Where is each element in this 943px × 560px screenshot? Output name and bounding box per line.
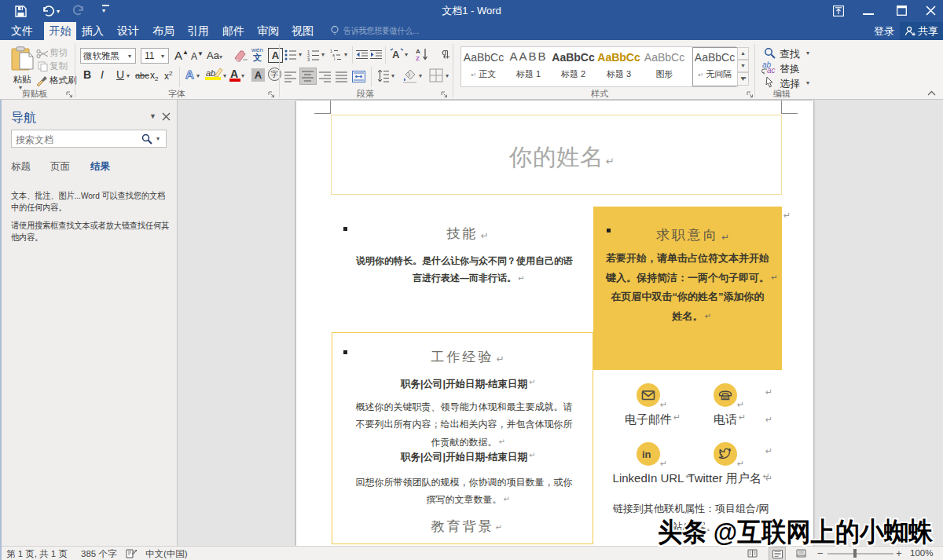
svg-text:3: 3 [307,57,310,61]
svg-text:A: A [392,49,400,60]
svg-text:i: i [334,57,335,61]
svg-text:Z: Z [416,55,420,61]
svg-text:in: in [642,448,651,460]
svg-text:A: A [416,48,420,55]
